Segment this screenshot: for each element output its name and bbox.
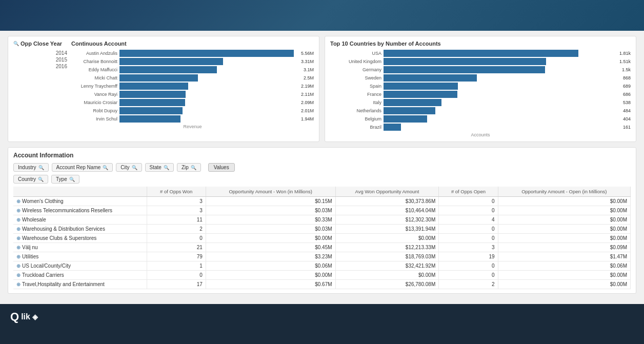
type-filter[interactable]: Type🔍: [51, 175, 79, 184]
row-name-text: Wireless Telecommunications Resellers: [22, 208, 112, 213]
table-row[interactable]: ⊕Warehouse Clubs & Superstores0$0.00M$0.…: [13, 234, 631, 243]
country-bar-fill: [384, 107, 435, 114]
year-item[interactable]: 2014: [13, 50, 67, 56]
city-filter[interactable]: City🔍: [116, 163, 142, 172]
city-filter-label: City: [120, 165, 129, 170]
country-bar-value: 689: [623, 84, 631, 89]
country-bar-label: Brazil: [330, 125, 381, 130]
country-bar-value: 1.81k: [619, 51, 631, 56]
table-cell-oppAmtWon: $0.15M: [206, 197, 335, 206]
table-row[interactable]: ⊕Välj nu21$0.45M$12,213.33M3$0.09M: [13, 243, 631, 252]
industry-filter[interactable]: Industry🔍: [13, 163, 49, 172]
country-bar-fill: [384, 66, 545, 73]
country-bar-row: Belgium 404: [330, 115, 631, 123]
bar-value: 2.09M: [301, 100, 314, 105]
table-cell-oppsOpen: 0: [439, 225, 498, 234]
bar-label: Lenny Traychemff: [71, 84, 117, 89]
bar-value: 2.5M: [304, 75, 314, 80]
table-row[interactable]: ⊕Travel,Hospitality and Entertainment17$…: [13, 280, 631, 289]
country-filter[interactable]: Country🔍: [13, 175, 48, 184]
table-cell-name: ⊕Truckload Carriers: [13, 271, 147, 280]
table-cell-avgWon: $32,421.92M: [335, 261, 439, 271]
table-cell-avgWon: $0.00M: [335, 271, 439, 280]
table-cell-name: ⊕Warehouse Clubs & Superstores: [13, 234, 147, 243]
country-bar-fill: [384, 124, 401, 131]
country-bar-value: 161: [623, 125, 631, 130]
table-cell-oppAmtWon: $0.45M: [206, 243, 335, 252]
row-expand-icon: ⊕: [16, 272, 21, 278]
row-name-text: Travel,Hospitality and Entertainment: [22, 281, 105, 287]
bar-value: 1.94M: [301, 116, 314, 122]
bar-row: Vance Rayi 2.11M: [71, 91, 314, 98]
row-name-text: Truckload Carriers: [22, 272, 64, 278]
row-expand-icon: ⊕: [16, 263, 21, 269]
row-name-text: US Local/County/City: [22, 263, 71, 269]
table-cell-name: ⊕Wireless Telecommunications Resellers: [13, 206, 147, 215]
qlik-name: lik: [21, 312, 30, 321]
bar-fill: [119, 91, 186, 98]
state-filter-label: State: [150, 165, 162, 170]
table-row[interactable]: ⊕Warehousing & Distribution Services2$0.…: [13, 225, 631, 234]
opp-year-title: Opp Close Year: [21, 41, 62, 47]
continuous-account-panel: Continuous Account Austin Andzulis 5.56M…: [71, 41, 314, 137]
account-rep-filter-label: Account Rep Name: [56, 165, 101, 170]
row-name-text: Warehousing & Distribution Services: [22, 226, 105, 232]
bar-fill: [119, 74, 198, 82]
qlik-q-letter: Q: [10, 310, 19, 323]
table-cell-oppsOpen: 0: [439, 197, 498, 206]
table-row[interactable]: ⊕Utilities79$3.23M$18,769.03M19$1.47M: [13, 252, 631, 261]
country-bar-fill: [384, 50, 578, 57]
account-info-panel: Account Information Industry🔍Account Rep…: [8, 147, 636, 294]
year-item[interactable]: 2016: [13, 63, 67, 70]
table-cell-oppAmtOpen: $0.00M: [498, 225, 630, 234]
values-chip[interactable]: Values: [208, 163, 235, 172]
bar-row: Eddy Maffucci 3.1M: [71, 66, 314, 73]
country-bar-label: Spain: [330, 84, 381, 89]
country-bar-row: Germany 1.5k: [330, 66, 631, 73]
table-cell-name: ⊕Wholesale: [13, 215, 147, 225]
filter-search-icon: 🔍: [132, 165, 137, 170]
country-bar-row: Italy 538: [330, 99, 631, 106]
table-row[interactable]: ⊕Truckload Carriers0$0.00M$0.00M0$0.00M: [13, 271, 631, 280]
table-row[interactable]: ⊕Wholesale11$0.33M$12,302.30M4$0.00M: [13, 215, 631, 225]
bar-row: Charise Bonnoitt 3.31M: [71, 58, 314, 65]
row-expand-icon: ⊕: [16, 217, 21, 222]
table-row[interactable]: ⊕US Local/County/City1$0.06M$32,421.92M0…: [13, 261, 631, 271]
table-header-oppAmtWon: Opportunity Amount - Won (in Millions): [206, 187, 335, 197]
table-cell-avgWon: $18,769.03M: [335, 252, 439, 261]
country-bar-label: Germany: [330, 67, 381, 72]
table-header-oppAmtOpen: Opportunity Amount - Open (in Millions): [498, 187, 630, 197]
country-bar-row: Sweden 868: [330, 74, 631, 82]
account-rep-filter[interactable]: Account Rep Name🔍: [52, 163, 113, 172]
table-cell-oppsWon: 17: [147, 280, 206, 289]
table-row[interactable]: ⊕Women's Clothing3$0.15M$30,373.86M0$0.0…: [13, 197, 631, 206]
bar-label: Charise Bonnoitt: [71, 59, 117, 64]
zip-filter[interactable]: Zip🔍: [177, 163, 201, 172]
filter-search-icon: 🔍: [191, 165, 196, 170]
table-cell-oppsWon: 3: [147, 206, 206, 215]
row-name-text: Wholesale: [22, 217, 46, 222]
bar-label: Irvin Schul: [71, 116, 117, 122]
bar-row: Robt Dupuy 2.01M: [71, 107, 314, 114]
bar-fill: [119, 66, 217, 73]
top-countries-title: Top 10 Countries by Number of Accounts: [330, 41, 631, 47]
table-header-avgWon: Avg Won Opportunity Amount: [335, 187, 439, 197]
row-name-text: Women's Clothing: [22, 198, 64, 204]
table-cell-oppsWon: 21: [147, 243, 206, 252]
country-bar-row: United Kingdom 1.51k: [330, 58, 631, 65]
bar-row: Austin Andzulis 5.56M: [71, 50, 314, 57]
table-cell-avgWon: $12,213.33M: [335, 243, 439, 252]
table-cell-avgWon: $12,302.30M: [335, 215, 439, 225]
table-row[interactable]: ⊕Wireless Telecommunications Resellers3$…: [13, 206, 631, 215]
bar-value: 3.31M: [301, 59, 314, 64]
year-item[interactable]: 2015: [13, 56, 67, 63]
opp-close-year-panel: 🔍 Opp Close Year 201420152016: [13, 41, 67, 137]
table-header-oppsOpen: # of Opps Open: [439, 187, 498, 197]
table-cell-oppsWon: 11: [147, 215, 206, 225]
country-bar-value: 868: [623, 75, 631, 80]
qlik-icon: ◈: [32, 313, 38, 321]
industry-filter-label: Industry: [18, 165, 36, 170]
state-filter[interactable]: State🔍: [145, 163, 174, 172]
table-cell-oppsWon: 0: [147, 271, 206, 280]
filter-row-1: Industry🔍Account Rep Name🔍City🔍State🔍Zip…: [13, 163, 631, 172]
